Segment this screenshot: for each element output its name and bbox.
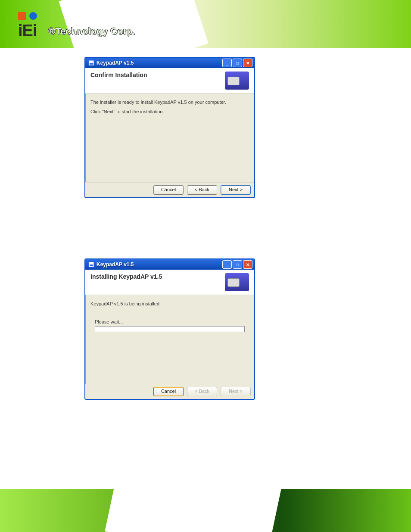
window-title: KeypadAP v1.5 — [97, 60, 221, 66]
body-line-2: Click "Next" to start the installation. — [90, 109, 249, 114]
close-button[interactable]: ✕ — [243, 260, 252, 269]
dialog-heading: Confirm Installation — [90, 72, 225, 93]
header-wedge-shape — [59, 0, 208, 48]
dialog-body: KeypadAP v1.5 is being installed. Please… — [85, 295, 254, 336]
logo-square-red-icon — [18, 12, 26, 20]
button-row: Cancel < Back Next > — [85, 384, 254, 399]
confirm-installation-dialog: KeypadAP v1.5 _ □ ✕ Confirm Installation… — [84, 57, 255, 198]
install-graphic-icon — [225, 273, 249, 291]
titlebar[interactable]: KeypadAP v1.5 _ □ ✕ — [85, 259, 254, 270]
close-button[interactable]: ✕ — [243, 59, 252, 67]
installer-icon — [88, 59, 95, 66]
progress-label: Please wait... — [95, 319, 247, 324]
cancel-button[interactable]: Cancel — [153, 387, 184, 396]
dialog-header-pane: Installing KeypadAP v1.5 — [85, 270, 254, 295]
progress-bar — [95, 326, 245, 332]
next-button: Next > — [221, 387, 251, 396]
maximize-button[interactable]: □ — [233, 59, 242, 67]
installer-icon — [88, 261, 95, 268]
svg-rect-3 — [90, 264, 93, 266]
dialog-header-pane: Confirm Installation — [85, 68, 254, 93]
cancel-button[interactable]: Cancel — [153, 185, 184, 195]
brand-tagline: ®Technology Corp. — [48, 26, 135, 37]
dialog-body: The installer is ready to install Keypad… — [85, 93, 254, 123]
installing-dialog: KeypadAP v1.5 _ □ ✕ Installing KeypadAP … — [84, 258, 255, 400]
maximize-button[interactable]: □ — [233, 260, 242, 269]
page-footer-banner — [0, 489, 411, 532]
minimize-button[interactable]: _ — [222, 260, 232, 269]
window-title: KeypadAP v1.5 — [97, 261, 221, 268]
footer-wedge-shape — [105, 489, 283, 532]
svg-rect-1 — [90, 63, 93, 65]
dialog-heading: Installing KeypadAP v1.5 — [90, 273, 225, 295]
next-button[interactable]: Next > — [221, 185, 251, 195]
body-line-1: KeypadAP v1.5 is being installed. — [90, 301, 249, 306]
minimize-button[interactable]: _ — [222, 59, 232, 67]
logo-text: iEi — [18, 22, 37, 40]
logo-circle-blue-icon — [29, 12, 37, 20]
back-button: < Back — [187, 387, 217, 396]
body-line-1: The installer is ready to install Keypad… — [90, 100, 249, 105]
back-button[interactable]: < Back — [187, 185, 217, 195]
titlebar[interactable]: KeypadAP v1.5 _ □ ✕ — [85, 58, 254, 68]
page-header-banner: iEi ®Technology Corp. — [0, 0, 411, 48]
brand-logo: iEi — [18, 12, 39, 40]
button-row: Cancel < Back Next > — [85, 182, 254, 197]
install-graphic-icon — [225, 72, 249, 90]
